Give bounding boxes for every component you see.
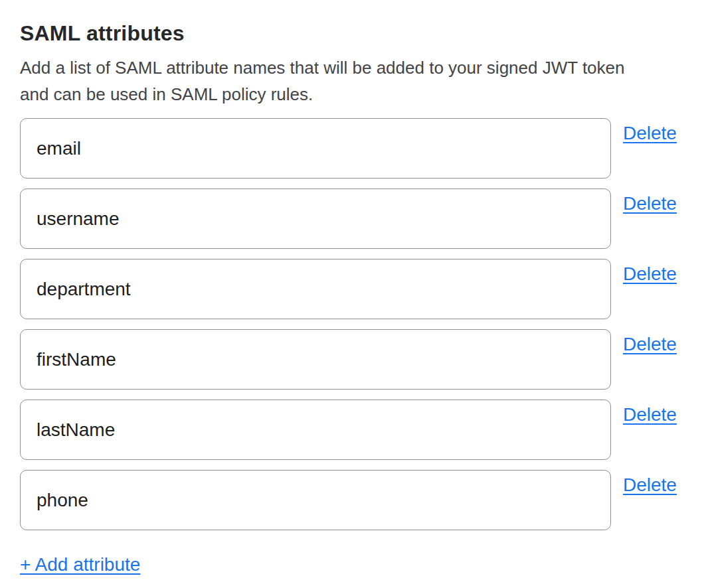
attribute-input-username[interactable] [20,188,611,249]
attribute-input-firstname[interactable] [20,329,611,390]
delete-link[interactable]: Delete [623,474,677,496]
delete-link[interactable]: Delete [623,404,677,426]
delete-link[interactable]: Delete [623,263,677,285]
attribute-row: Delete [20,118,688,179]
delete-link[interactable]: Delete [623,122,677,145]
attribute-input-phone[interactable] [20,470,611,530]
delete-link[interactable]: Delete [623,192,677,215]
attribute-row: Delete [20,329,688,390]
attribute-row: Delete [20,470,688,530]
attribute-input-lastname[interactable] [20,400,611,460]
delete-link[interactable]: Delete [623,333,677,356]
add-attribute-link[interactable]: + Add attribute [20,553,140,576]
attribute-row: Delete [20,259,688,319]
attribute-input-department[interactable] [20,259,611,319]
intro-line-1: Add a list of SAML attribute names that … [20,54,688,81]
attribute-row: Delete [20,188,688,249]
intro-line-2: and can be used in SAML policy rules. [20,81,688,108]
attribute-input-email[interactable] [20,118,611,179]
saml-attributes-panel: SAML attributes Add a list of SAML attri… [0,0,708,588]
intro-text: Add a list of SAML attribute names that … [20,54,688,108]
page-title: SAML attributes [20,20,688,46]
attribute-row: Delete [20,400,688,460]
